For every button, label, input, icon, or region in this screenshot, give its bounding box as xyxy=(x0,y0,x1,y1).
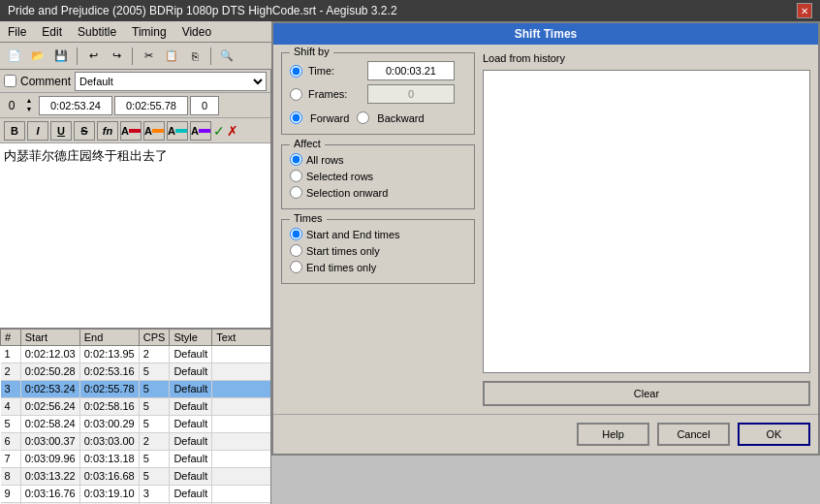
time-radio-label: Time: xyxy=(308,65,362,77)
shift-dialog-buttons: Help Cancel OK xyxy=(273,414,818,454)
table-row[interactable]: 6 0:03:00.37 0:03:03.00 2 Default xyxy=(1,432,271,450)
cell-id: 3 xyxy=(1,380,21,397)
comment-select[interactable]: Default xyxy=(75,72,267,91)
frames-radio-label: Frames: xyxy=(308,88,362,100)
cell-id: 5 xyxy=(1,415,21,432)
table-row[interactable]: 1 0:02:12.03 0:02:13.95 2 Default xyxy=(1,345,271,362)
line-number: 0 xyxy=(4,99,19,112)
frames-radio[interactable] xyxy=(290,88,302,101)
table-area[interactable]: # Start End CPS Style Text 1 0:02:12.03 … xyxy=(0,329,270,505)
new-button[interactable]: 📄 xyxy=(4,46,25,67)
cell-style: Default xyxy=(170,450,212,467)
table-row[interactable]: 7 0:03:09.96 0:03:13.18 5 Default xyxy=(1,450,271,467)
strikethrough-button[interactable]: S xyxy=(74,121,95,141)
cancel-button[interactable]: Cancel xyxy=(657,423,730,446)
affect-onward-row: Selection onward xyxy=(290,186,466,199)
toolbar-separator-2 xyxy=(132,47,133,65)
comment-label: Comment xyxy=(20,75,71,88)
cell-cps: 5 xyxy=(139,415,170,432)
affect-selected-radio[interactable] xyxy=(290,170,302,182)
open-button[interactable]: 📂 xyxy=(27,46,48,67)
time-radio[interactable] xyxy=(290,65,302,78)
table-row[interactable]: 3 0:02:53.24 0:02:55.78 5 Default xyxy=(1,380,271,397)
table-row[interactable]: 5 0:02:58.24 0:03:00.29 5 Default xyxy=(1,415,271,432)
help-button[interactable]: Help xyxy=(577,423,649,446)
subtitle-textarea[interactable]: 内瑟菲尔德庄园终于租出去了 xyxy=(0,143,270,329)
shift-dialog-title: Shift Times xyxy=(273,23,818,45)
color1-button[interactable]: A xyxy=(120,121,142,141)
table-row[interactable]: 2 0:02:50.28 0:02:53.16 5 Default xyxy=(1,362,271,380)
backward-radio[interactable] xyxy=(357,111,369,124)
cell-end: 0:02:58.16 xyxy=(79,397,139,415)
left-panel: Comment Default 0 ▲ ▼ B I U S fn A A A xyxy=(0,70,271,504)
affect-allrows-radio[interactable] xyxy=(290,153,302,166)
cell-style: Default xyxy=(170,415,212,432)
affect-onward-radio[interactable] xyxy=(290,186,302,199)
color3-button[interactable]: A xyxy=(167,121,188,141)
table-row[interactable]: 4 0:02:56.24 0:02:58.16 5 Default xyxy=(1,397,271,415)
col-header-cps: CPS xyxy=(139,329,170,345)
cell-end: 0:03:19.10 xyxy=(79,485,139,502)
affect-selected-row: Selected rows xyxy=(290,170,466,182)
cell-id: 4 xyxy=(1,397,21,415)
paste-button[interactable]: ⎘ xyxy=(184,46,205,67)
subtitle-table: # Start End CPS Style Text 1 0:02:12.03 … xyxy=(0,329,270,505)
clear-button[interactable]: Clear xyxy=(483,381,810,406)
table-row[interactable]: 8 0:03:13.22 0:03:16.68 5 Default xyxy=(1,467,271,485)
color4-button[interactable]: A xyxy=(190,121,211,141)
times-both-label: Start and End times xyxy=(306,229,400,240)
forward-radio[interactable] xyxy=(290,111,302,124)
shift-right: Load from history Clear xyxy=(483,52,810,406)
time-row: 0 ▲ ▼ xyxy=(0,93,270,118)
font-button[interactable]: fn xyxy=(97,121,118,141)
shift-by-title: Shift by xyxy=(290,46,333,57)
undo-button[interactable]: ↩ xyxy=(82,46,104,67)
cell-end: 0:03:13.18 xyxy=(79,450,139,467)
find-button[interactable]: 🔍 xyxy=(216,46,237,67)
direction-row: Forward Backward xyxy=(290,108,466,128)
italic-button[interactable]: I xyxy=(27,121,48,141)
cell-style: Default xyxy=(170,485,212,502)
shift-dialog: Shift Times Shift by Time: Frames: xyxy=(271,21,820,456)
menu-video[interactable]: Video xyxy=(174,23,219,41)
end-time-input[interactable] xyxy=(114,96,188,115)
times-group: Times Start and End times Start times on… xyxy=(281,219,475,284)
cell-cps: 5 xyxy=(139,362,170,380)
start-time-input[interactable] xyxy=(39,96,112,115)
times-both-radio[interactable] xyxy=(290,228,302,240)
reject-button[interactable]: ✗ xyxy=(227,123,238,139)
times-end-radio[interactable] xyxy=(290,261,302,273)
times-end-label: End times only xyxy=(306,262,376,273)
cell-id: 1 xyxy=(1,345,21,362)
extra-input[interactable] xyxy=(190,96,219,115)
bold-button[interactable]: B xyxy=(4,121,25,141)
time-value-input[interactable] xyxy=(367,61,455,80)
cell-cps: 5 xyxy=(139,397,170,415)
cell-text xyxy=(212,397,270,415)
menu-edit[interactable]: Edit xyxy=(34,23,70,41)
copy-button[interactable]: 📋 xyxy=(161,46,182,67)
save-button[interactable]: 💾 xyxy=(50,46,72,67)
close-button[interactable]: ✕ xyxy=(797,3,812,18)
accept-button[interactable]: ✓ xyxy=(213,123,225,139)
menu-subtitle[interactable]: Subtitle xyxy=(70,23,124,41)
color2-button[interactable]: A xyxy=(143,121,165,141)
table-row[interactable]: 9 0:03:16.76 0:03:19.10 3 Default xyxy=(1,485,271,502)
frames-value-input[interactable] xyxy=(367,84,455,104)
times-endonly-row: End times only xyxy=(290,261,466,273)
cut-button[interactable]: ✂ xyxy=(138,46,159,67)
comment-checkbox[interactable] xyxy=(4,75,16,87)
underline-button[interactable]: U xyxy=(50,121,72,141)
menu-file[interactable]: File xyxy=(0,23,34,41)
frames-radio-row: Frames: xyxy=(290,84,466,104)
times-start-radio[interactable] xyxy=(290,244,302,257)
line-spin-down[interactable]: ▼ xyxy=(21,106,37,114)
cell-style: Default xyxy=(170,380,212,397)
line-spin-up[interactable]: ▲ xyxy=(21,97,37,106)
menu-timing[interactable]: Timing xyxy=(124,23,174,41)
ok-button[interactable]: OK xyxy=(738,423,810,446)
redo-button[interactable]: ↪ xyxy=(106,46,127,67)
cell-cps: 5 xyxy=(139,467,170,485)
col-header-end: End xyxy=(79,329,139,345)
cell-start: 0:02:58.24 xyxy=(20,415,79,432)
